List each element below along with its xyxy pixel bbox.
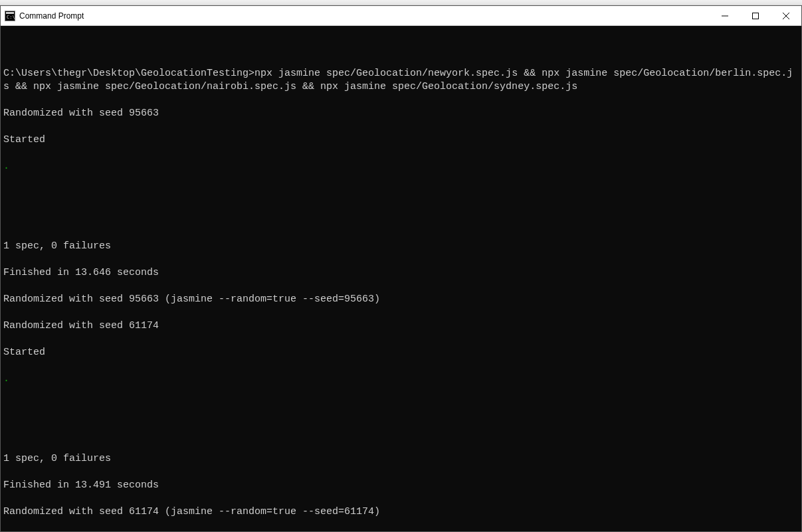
maximize-button[interactable] — [740, 6, 771, 25]
cmd-icon: C:\ — [5, 11, 15, 21]
command-prompt-window: C:\ Command Prompt C:\Users\thegr\Deskto… — [0, 5, 802, 532]
titlebar[interactable]: C:\ Command Prompt — [1, 6, 801, 26]
test-pass-dot: . — [3, 160, 799, 173]
prompt-path: C:\Users\thegr\Desktop\GeolocationTestin… — [3, 68, 254, 79]
svg-rect-3 — [753, 13, 759, 19]
output-line: Randomized with seed 95663 — [3, 107, 799, 120]
output-line: 1 spec, 0 failures — [3, 452, 799, 466]
output-line: Started — [3, 346, 799, 359]
output-line: Randomized with seed 61174 — [3, 319, 799, 333]
output-line: 1 spec, 0 failures — [3, 240, 799, 253]
window-title: Command Prompt — [19, 11, 84, 21]
output-line: Randomized with seed 61174 (jasmine --ra… — [3, 505, 799, 519]
terminal-output[interactable]: C:\Users\thegr\Desktop\GeolocationTestin… — [1, 26, 801, 531]
minimize-button[interactable] — [710, 6, 740, 25]
output-line: Randomized with seed 95663 (jasmine --ra… — [3, 293, 799, 306]
svg-text:C:\: C:\ — [7, 15, 15, 20]
output-line: Finished in 13.646 seconds — [3, 266, 799, 280]
window-controls — [710, 6, 801, 25]
background-app-toolbar — [0, 0, 802, 5]
output-line: Started — [3, 133, 799, 147]
svg-rect-1 — [6, 12, 14, 14]
test-pass-dot: . — [3, 373, 799, 386]
close-button[interactable] — [771, 6, 801, 25]
output-line: Finished in 13.491 seconds — [3, 479, 799, 492]
